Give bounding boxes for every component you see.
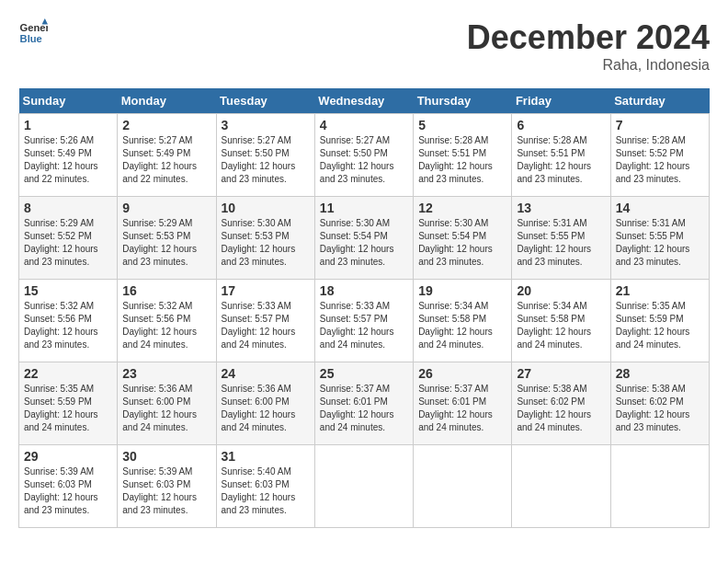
daylight-label: Daylight: 12 hours — [24, 244, 98, 254]
day-detail: Sunrise: 5:29 AMSunset: 5:53 PMDaylight:… — [122, 217, 210, 269]
daylight-minutes: and 23 minutes. — [122, 257, 188, 267]
daylight-label: Daylight: 12 hours — [418, 409, 493, 419]
calendar-cell: 14Sunrise: 5:31 AMSunset: 5:55 PMDayligh… — [610, 197, 709, 280]
calendar-cell: 24Sunrise: 5:36 AMSunset: 6:00 PMDayligh… — [216, 362, 314, 445]
day-number: 12 — [418, 201, 506, 215]
sunrise-label: Sunrise: 5:35 AM — [24, 384, 94, 394]
day-detail: Sunrise: 5:35 AMSunset: 5:59 PMDaylight:… — [616, 300, 704, 351]
sunset-label: Sunset: 5:54 PM — [418, 231, 486, 241]
calendar-body: 1Sunrise: 5:26 AMSunset: 5:49 PMDaylight… — [19, 114, 710, 528]
calendar-header-row: SundayMondayTuesdayWednesdayThursdayFrid… — [19, 88, 710, 114]
calendar-cell: 23Sunrise: 5:36 AMSunset: 6:00 PMDayligh… — [118, 362, 216, 445]
calendar-cell: 9Sunrise: 5:29 AMSunset: 5:53 PMDaylight… — [118, 197, 216, 280]
calendar-cell: 17Sunrise: 5:33 AMSunset: 5:57 PMDayligh… — [216, 280, 314, 362]
daylight-minutes: and 23 minutes. — [222, 174, 287, 184]
week-row-5: 29Sunrise: 5:39 AMSunset: 6:03 PMDayligh… — [19, 445, 710, 528]
day-number: 15 — [24, 283, 112, 298]
day-detail: Sunrise: 5:26 AMSunset: 5:49 PMDaylight:… — [24, 134, 112, 186]
day-number: 9 — [122, 201, 210, 215]
daylight-label: Daylight: 12 hours — [24, 161, 98, 171]
calendar-cell: 1Sunrise: 5:26 AMSunset: 5:49 PMDaylight… — [19, 114, 118, 197]
day-number: 31 — [222, 449, 310, 464]
day-number: 22 — [24, 366, 112, 381]
day-detail: Sunrise: 5:33 AMSunset: 5:57 PMDaylight:… — [222, 300, 310, 351]
sunset-label: Sunset: 5:55 PM — [616, 231, 684, 241]
day-number: 26 — [418, 366, 506, 381]
calendar-cell — [610, 445, 709, 528]
sunset-label: Sunset: 5:53 PM — [222, 231, 290, 241]
calendar-cell: 7Sunrise: 5:28 AMSunset: 5:52 PMDaylight… — [610, 114, 709, 197]
sunrise-label: Sunrise: 5:36 AM — [122, 384, 192, 394]
calendar-cell: 5Sunrise: 5:28 AMSunset: 5:51 PMDaylight… — [414, 114, 512, 197]
calendar-cell: 29Sunrise: 5:39 AMSunset: 6:03 PMDayligh… — [19, 445, 118, 528]
daylight-label: Daylight: 12 hours — [222, 492, 296, 502]
sunrise-label: Sunrise: 5:28 AM — [616, 135, 686, 145]
sunset-label: Sunset: 5:59 PM — [24, 396, 92, 407]
daylight-minutes: and 24 minutes. — [222, 339, 287, 350]
sunrise-label: Sunrise: 5:28 AM — [418, 135, 488, 145]
daylight-minutes: and 24 minutes. — [418, 339, 483, 350]
daylight-label: Daylight: 12 hours — [517, 244, 591, 254]
sunset-label: Sunset: 5:57 PM — [222, 314, 290, 324]
sunset-label: Sunset: 6:02 PM — [616, 396, 684, 407]
sunrise-label: Sunrise: 5:33 AM — [320, 301, 390, 311]
calendar-cell: 11Sunrise: 5:30 AMSunset: 5:54 PMDayligh… — [314, 197, 413, 280]
daylight-minutes: and 24 minutes. — [122, 422, 188, 432]
calendar-cell — [512, 445, 610, 528]
daylight-label: Daylight: 12 hours — [320, 409, 394, 419]
daylight-label: Daylight: 12 hours — [122, 244, 197, 254]
calendar-cell: 31Sunrise: 5:40 AMSunset: 6:03 PMDayligh… — [216, 445, 314, 528]
sunset-label: Sunset: 5:54 PM — [320, 231, 388, 241]
sunrise-label: Sunrise: 5:38 AM — [517, 384, 586, 394]
sunset-label: Sunset: 5:58 PM — [517, 314, 585, 324]
calendar-cell: 20Sunrise: 5:34 AMSunset: 5:58 PMDayligh… — [512, 280, 610, 362]
day-number: 1 — [24, 118, 112, 132]
day-detail: Sunrise: 5:32 AMSunset: 5:56 PMDaylight:… — [24, 300, 112, 351]
daylight-minutes: and 24 minutes. — [24, 422, 89, 432]
day-detail: Sunrise: 5:27 AMSunset: 5:49 PMDaylight:… — [122, 134, 210, 186]
daylight-label: Daylight: 12 hours — [122, 492, 197, 502]
day-detail: Sunrise: 5:39 AMSunset: 6:03 PMDaylight:… — [122, 465, 210, 517]
calendar-cell: 10Sunrise: 5:30 AMSunset: 5:53 PMDayligh… — [216, 197, 314, 280]
calendar-cell: 2Sunrise: 5:27 AMSunset: 5:49 PMDaylight… — [118, 114, 216, 197]
calendar-cell: 13Sunrise: 5:31 AMSunset: 5:55 PMDayligh… — [512, 197, 610, 280]
calendar-cell: 26Sunrise: 5:37 AMSunset: 6:01 PMDayligh… — [414, 362, 512, 445]
header-wednesday: Wednesday — [314, 88, 413, 114]
day-detail: Sunrise: 5:30 AMSunset: 5:54 PMDaylight:… — [418, 217, 506, 269]
calendar-cell: 6Sunrise: 5:28 AMSunset: 5:51 PMDaylight… — [512, 114, 610, 197]
calendar-cell: 22Sunrise: 5:35 AMSunset: 5:59 PMDayligh… — [19, 362, 118, 445]
svg-marker-2 — [42, 18, 48, 24]
day-detail: Sunrise: 5:33 AMSunset: 5:57 PMDaylight:… — [320, 300, 408, 351]
day-detail: Sunrise: 5:28 AMSunset: 5:51 PMDaylight:… — [517, 134, 605, 186]
day-detail: Sunrise: 5:38 AMSunset: 6:02 PMDaylight:… — [517, 383, 605, 434]
daylight-label: Daylight: 12 hours — [222, 409, 296, 419]
calendar-cell: 25Sunrise: 5:37 AMSunset: 6:01 PMDayligh… — [314, 362, 413, 445]
calendar-table: SundayMondayTuesdayWednesdayThursdayFrid… — [18, 88, 710, 528]
day-detail: Sunrise: 5:37 AMSunset: 6:01 PMDaylight:… — [320, 383, 408, 434]
sunset-label: Sunset: 5:52 PM — [24, 231, 92, 241]
daylight-label: Daylight: 12 hours — [24, 409, 98, 419]
sunrise-label: Sunrise: 5:29 AM — [24, 218, 94, 228]
daylight-minutes: and 24 minutes. — [122, 339, 188, 350]
day-number: 14 — [616, 201, 704, 215]
daylight-label: Daylight: 12 hours — [24, 492, 98, 502]
month-title: December 2024 — [467, 18, 710, 57]
day-number: 2 — [122, 118, 210, 132]
sunrise-label: Sunrise: 5:40 AM — [222, 466, 291, 477]
logo-icon: General Blue — [18, 18, 48, 48]
daylight-minutes: and 23 minutes. — [616, 257, 681, 267]
daylight-label: Daylight: 12 hours — [616, 409, 690, 419]
sunrise-label: Sunrise: 5:31 AM — [517, 218, 586, 228]
calendar-cell — [414, 445, 512, 528]
day-detail: Sunrise: 5:32 AMSunset: 5:56 PMDaylight:… — [122, 300, 210, 351]
day-detail: Sunrise: 5:37 AMSunset: 6:01 PMDaylight:… — [418, 383, 506, 434]
daylight-label: Daylight: 12 hours — [517, 161, 591, 171]
sunrise-label: Sunrise: 5:31 AM — [616, 218, 686, 228]
sunset-label: Sunset: 5:53 PM — [122, 231, 190, 241]
header-thursday: Thursday — [414, 88, 512, 114]
calendar-cell: 19Sunrise: 5:34 AMSunset: 5:58 PMDayligh… — [414, 280, 512, 362]
week-row-3: 15Sunrise: 5:32 AMSunset: 5:56 PMDayligh… — [19, 280, 710, 362]
daylight-minutes: and 24 minutes. — [517, 422, 582, 432]
daylight-label: Daylight: 12 hours — [616, 161, 690, 171]
sunrise-label: Sunrise: 5:34 AM — [517, 301, 586, 311]
